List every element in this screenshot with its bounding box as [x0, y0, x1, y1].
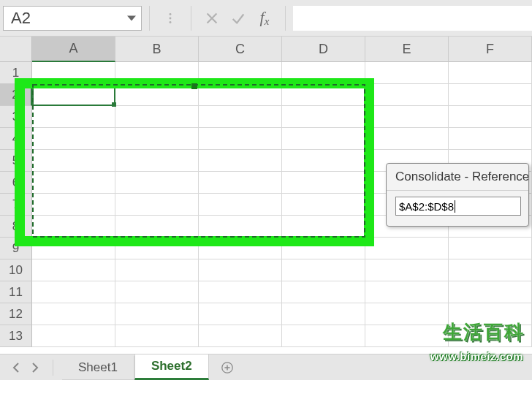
- row-header-6[interactable]: 6: [0, 172, 32, 194]
- divider: [285, 6, 286, 31]
- sheet-tabs: Sheet1 Sheet2: [62, 354, 209, 380]
- svg-point-0: [170, 13, 172, 15]
- row-header-2[interactable]: 2: [0, 84, 32, 106]
- column-header-D[interactable]: D: [282, 37, 365, 62]
- row-header-13[interactable]: 13: [0, 325, 32, 347]
- select-all-corner[interactable]: [0, 37, 32, 62]
- name-box-dropdown-icon[interactable]: [122, 7, 141, 30]
- new-sheet-button[interactable]: [216, 357, 238, 379]
- svg-point-1: [170, 17, 172, 19]
- enter-icon[interactable]: [225, 6, 251, 31]
- row-header-11[interactable]: 11: [0, 281, 32, 303]
- row-headers: 1 2 3 4 5 6 7 8 9 10 11 12 13: [0, 62, 32, 347]
- row-header-8[interactable]: 8: [0, 216, 32, 238]
- text-caret: [455, 200, 455, 213]
- watermark-url: www.bimeiz.com: [430, 350, 523, 363]
- column-header-F[interactable]: F: [449, 37, 532, 62]
- column-header-A[interactable]: A: [32, 37, 115, 62]
- formula-bar: A2 fx: [0, 0, 532, 37]
- formula-input[interactable]: [293, 6, 532, 31]
- name-box-value: A2: [4, 9, 122, 28]
- column-header-C[interactable]: C: [199, 37, 282, 62]
- reference-input[interactable]: $A$2:$D$8: [395, 197, 521, 216]
- divider: [149, 6, 150, 31]
- column-header-E[interactable]: E: [365, 37, 449, 62]
- cancel-icon[interactable]: [199, 6, 225, 31]
- watermark-main: 生活百科: [443, 319, 525, 345]
- row-header-5[interactable]: 5: [0, 150, 32, 172]
- tab-nav-prev-icon[interactable]: [7, 359, 25, 376]
- worksheet-grid: A B C D E F 1 2 3 4 5 6 7 8 9 10 11 12 1…: [0, 37, 532, 380]
- tab-sheet1[interactable]: Sheet1: [62, 356, 134, 380]
- svg-point-2: [170, 21, 172, 23]
- divider: [191, 6, 191, 31]
- tab-sheet2[interactable]: Sheet2: [134, 354, 209, 380]
- row-header-12[interactable]: 12: [0, 303, 32, 325]
- row-header-7[interactable]: 7: [0, 194, 32, 216]
- row-header-1[interactable]: 1: [0, 62, 32, 84]
- fx-icon[interactable]: fx: [251, 6, 278, 31]
- row-header-10[interactable]: 10: [0, 259, 32, 281]
- tab-nav-next-icon[interactable]: [26, 359, 44, 376]
- more-icon[interactable]: [157, 6, 183, 31]
- name-box[interactable]: A2: [3, 6, 142, 31]
- row-header-4[interactable]: 4: [0, 128, 32, 150]
- dialog-title: Consolidate - Reference: [387, 164, 528, 191]
- consolidate-dialog[interactable]: Consolidate - Reference $A$2:$D$8: [386, 163, 529, 227]
- row-header-3[interactable]: 3: [0, 106, 32, 128]
- row-header-9[interactable]: 9: [0, 238, 32, 259]
- column-headers: A B C D E F: [32, 37, 532, 62]
- column-header-B[interactable]: B: [115, 37, 199, 62]
- divider: [53, 360, 53, 376]
- reference-value: $A$2:$D$8: [399, 200, 454, 213]
- excel-app: A2 fx A B C D E F 1: [0, 0, 532, 402]
